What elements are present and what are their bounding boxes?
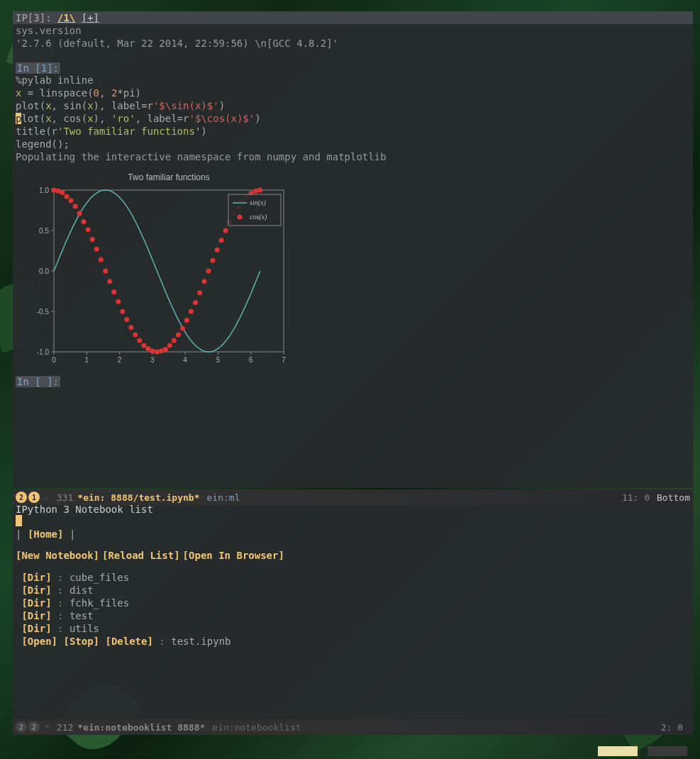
entry-action[interactable]: [Open] (21, 636, 57, 647)
svg-point-42 (111, 289, 116, 294)
list-item: [Dir] : test (16, 609, 690, 622)
code-line[interactable]: plot(x, cos(x), 'ro', label=r'$\cos(x)$'… (16, 112, 690, 125)
window-badge[interactable]: 1 (28, 492, 40, 503)
svg-point-31 (65, 194, 70, 199)
cursor-position: 11: 0 (622, 492, 650, 503)
cell-prompt: In [ ]: (16, 376, 60, 387)
svg-point-37 (90, 237, 95, 242)
list-item: [Open] [Stop] [Delete] : test.ipynb (16, 635, 690, 648)
output-line: Populating the interactive namespace fro… (16, 150, 690, 163)
notebooklist-button[interactable]: [Reload List] (102, 550, 180, 561)
entry-name: cube_files (70, 572, 129, 583)
output-line: sys.version (16, 24, 690, 37)
svg-text:2: 2 (118, 356, 122, 364)
svg-point-61 (193, 300, 198, 305)
svg-point-53 (159, 348, 164, 353)
scroll-position: Bottom (657, 492, 690, 503)
code-line[interactable]: legend(); (16, 138, 690, 150)
svg-point-75 (253, 189, 258, 194)
window-badge[interactable]: 2 (28, 721, 40, 733)
buffer-name[interactable]: *ein:notebooklist 8888* (77, 722, 205, 733)
svg-point-59 (184, 318, 189, 323)
cursor (16, 515, 22, 526)
svg-text:6: 6 (249, 356, 253, 364)
taskbar-hint (598, 745, 687, 756)
entry-action[interactable]: [Dir] (21, 585, 51, 596)
svg-point-36 (86, 227, 91, 232)
svg-point-64 (206, 269, 211, 274)
major-mode: ein:notebooklist (212, 722, 301, 733)
svg-text:5: 5 (216, 356, 221, 364)
svg-point-32 (69, 198, 74, 203)
svg-point-29 (56, 189, 61, 194)
chart-output: Two familiar functions-1.0-0.50.00.51.00… (21, 170, 690, 369)
svg-point-28 (52, 188, 57, 193)
svg-point-65 (211, 258, 216, 263)
entry-action[interactable]: [Delete] (105, 636, 152, 647)
home-link[interactable]: [Home] (28, 528, 64, 540)
svg-point-40 (103, 269, 108, 274)
line-number: 212 (57, 722, 73, 733)
code-line[interactable]: title(r'Two familiar functions') (16, 125, 690, 138)
svg-text:0.5: 0.5 (39, 227, 49, 235)
entry-action[interactable]: [Stop] (63, 636, 99, 647)
svg-point-56 (172, 338, 177, 343)
cursor-position: 2: 0 (661, 722, 683, 733)
svg-point-52 (155, 350, 160, 355)
svg-point-66 (215, 248, 220, 253)
buffer-name[interactable]: *ein: 8888/test.ipynb* (77, 492, 199, 503)
output-line: '2.7.6 (default, Mar 22 2014, 22:59:56) … (16, 37, 690, 50)
modeline-bottom: 2 2 * 212 *ein:notebooklist 8888* ein:no… (13, 719, 693, 735)
svg-point-30 (60, 190, 65, 195)
svg-point-49 (141, 343, 146, 348)
svg-point-39 (99, 257, 104, 262)
svg-point-48 (137, 338, 142, 343)
active-sheet[interactable]: /1\ (57, 12, 75, 23)
cell-prompt: In [1]: (16, 62, 60, 74)
svg-point-38 (94, 247, 99, 252)
entry-action[interactable]: [Dir] (21, 610, 51, 621)
svg-point-34 (77, 211, 82, 216)
entry-action[interactable]: [Dir] (21, 572, 51, 583)
svg-point-67 (219, 238, 224, 243)
svg-point-62 (197, 290, 202, 295)
svg-text:cos(x): cos(x) (250, 213, 267, 221)
kernel-header: IP[3]: /1\ [+] (13, 11, 693, 24)
entry-action[interactable]: [Dir] (21, 623, 51, 634)
svg-point-55 (167, 343, 172, 348)
svg-text:7: 7 (282, 356, 286, 364)
entry-action[interactable]: [Dir] (21, 597, 51, 609)
notebook-pane: IP[3]: /1\ [+] sys.version '2.7.6 (defau… (13, 11, 693, 488)
svg-point-51 (150, 348, 155, 353)
svg-text:0: 0 (52, 356, 56, 364)
svg-point-58 (180, 326, 185, 331)
kernel-prefix: IP[3]: (16, 12, 52, 23)
svg-text:Two familiar functions: Two familiar functions (128, 172, 209, 182)
notebooklist-button[interactable]: [New Notebook] (16, 550, 99, 561)
list-item: [Dir] : dist (16, 584, 690, 597)
svg-point-44 (120, 309, 125, 314)
major-mode: ein:ml (207, 492, 240, 503)
svg-text:sin(x): sin(x) (250, 199, 266, 207)
svg-point-43 (116, 299, 121, 304)
entry-name: test (70, 610, 94, 621)
list-item: [Dir] : cube_files (16, 571, 690, 584)
notebooklist-button[interactable]: [Open In Browser] (183, 550, 284, 561)
svg-point-45 (124, 317, 129, 322)
cell-content[interactable]: sys.version '2.7.6 (default, Mar 22 2014… (13, 24, 693, 387)
workspace-badge[interactable]: 2 (16, 492, 27, 503)
code-line[interactable]: plot(x, sin(x), label=r'$\sin(x)$') (16, 99, 690, 112)
svg-point-47 (133, 333, 138, 338)
svg-point-76 (257, 188, 262, 193)
list-item: [Dir] : fchk_files (16, 597, 690, 609)
code-line[interactable]: x = linspace(0, 2*pi) (16, 87, 690, 99)
svg-text:0.0: 0.0 (39, 267, 49, 275)
svg-text:-1.0: -1.0 (37, 348, 50, 356)
entry-name: dist (70, 585, 94, 596)
list-item: [Dir] : utils (16, 622, 690, 635)
code-line[interactable]: %pylab inline (16, 74, 690, 87)
svg-point-57 (176, 333, 181, 338)
workspace-badge[interactable]: 2 (16, 721, 27, 733)
svg-point-60 (189, 309, 194, 314)
add-sheet[interactable]: [+] (82, 12, 99, 23)
